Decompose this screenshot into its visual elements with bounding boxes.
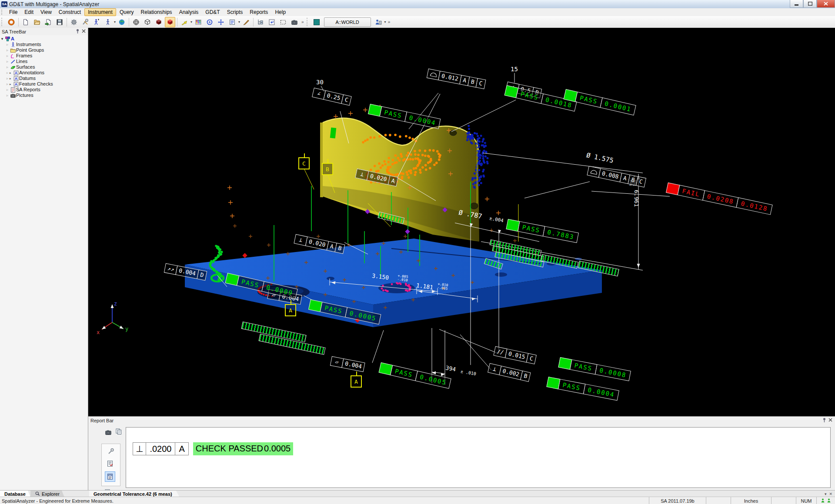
sidebar-item-surfaces[interactable]: ▹Surfaces — [0, 64, 88, 70]
sidebar-item-instruments[interactable]: ▹Instruments — [0, 42, 88, 47]
help-icon[interactable] — [6, 17, 17, 27]
treebar-title: SA TreeBar — [2, 29, 26, 34]
command-return-icon[interactable] — [267, 17, 277, 27]
status-icons — [816, 497, 835, 504]
maximize-button[interactable] — [803, 0, 817, 8]
menu-help[interactable]: Help — [271, 8, 289, 16]
dim-30: 30 — [316, 79, 324, 86]
pin-icon[interactable] — [75, 29, 80, 34]
menu-construct[interactable]: Construct — [55, 8, 84, 16]
instrument-person-icon[interactable] — [103, 17, 113, 27]
status-units: Inches — [731, 497, 771, 504]
settings-gear-icon[interactable] — [69, 17, 79, 27]
treebar-panel: SA TreeBar ▾A▹Instruments▹Point Groups▹F… — [0, 28, 88, 490]
tree-view-icon[interactable] — [255, 17, 266, 27]
menu-analysis[interactable]: Analysis — [176, 8, 202, 16]
window-title: GD&T with Multigage - SpatialAnalyzer — [9, 1, 99, 7]
solid-cube-red-icon[interactable] — [165, 17, 175, 27]
chevron-down-icon[interactable]: ▾ — [825, 492, 827, 496]
color-palette-icon[interactable] — [193, 17, 204, 27]
world-globe-icon[interactable] — [117, 17, 127, 27]
pin-icon[interactable] — [822, 418, 827, 423]
report-content[interactable]: ⊥ .0200 A CHECK PASSED0.0005 — [126, 427, 831, 488]
svg-text:A: A — [14, 76, 17, 81]
chevron-down-icon[interactable]: ▾ — [114, 20, 116, 24]
callout-arrow-icon[interactable] — [179, 17, 190, 27]
menu-query[interactable]: Query — [116, 8, 137, 16]
close-button[interactable] — [817, 0, 835, 8]
report-view-icon[interactable] — [105, 471, 115, 482]
status-bar: SpatialAnalyzer - Engineered for Extreme… — [0, 497, 835, 504]
person-report-icon[interactable] — [373, 17, 384, 27]
close-icon[interactable] — [828, 418, 833, 423]
status-message: SpatialAnalyzer - Engineered for Extreme… — [0, 498, 114, 504]
report-bar-title: Report Bar — [90, 418, 114, 423]
sidebar-item-sa-reports[interactable]: ▹SA Reports — [0, 87, 88, 93]
color-swatch-teal-icon[interactable] — [311, 17, 322, 27]
selection-box-icon[interactable] — [278, 17, 288, 27]
menu-instrument[interactable]: Instrument — [84, 8, 116, 16]
viewport-3d[interactable]: zxy∠0.25C0.012ABC∠0.5B0.008ABC⊥0.020A⊥0.… — [88, 28, 835, 416]
sidebar-item-annotations[interactable]: ▹▸AAnnotations — [0, 70, 88, 76]
copy-page-icon[interactable] — [114, 426, 124, 437]
user-online-icon — [826, 498, 832, 504]
new-file-icon[interactable] — [20, 17, 31, 27]
tab-explorer[interactable]: Explorer — [30, 491, 64, 497]
check-list-icon[interactable] — [105, 458, 115, 469]
view-sphere-icon[interactable] — [131, 17, 141, 27]
snapshot-camera-icon[interactable] — [289, 17, 300, 27]
application-window: SA GD&T with Multigage - SpatialAnalyzer… — [0, 0, 835, 504]
sidebar-item-datums[interactable]: ▹▸ADatums — [0, 76, 88, 81]
menu-gdt[interactable]: GD&T — [202, 8, 223, 16]
save-file-icon[interactable] — [54, 17, 65, 27]
tree-root-collection[interactable]: ▾A — [0, 36, 88, 42]
add-instrument-icon[interactable] — [91, 17, 102, 27]
toolbar-grip[interactable] — [1, 18, 4, 26]
toolbar-overflow-icon[interactable]: » — [301, 20, 304, 24]
measurement-queue-icon[interactable] — [227, 17, 237, 27]
sidebar-item-frames[interactable]: ▹Frames — [0, 53, 88, 59]
report-tab[interactable]: Geometrical Tolerance.42 (6 meas) — [89, 491, 180, 497]
axis-label-z: z — [114, 301, 117, 307]
datum-flag-b[interactable]: B — [322, 163, 333, 175]
solid-cube-dark-icon[interactable] — [154, 17, 164, 27]
minimize-button[interactable] — [790, 0, 803, 8]
menu-view[interactable]: View — [37, 8, 55, 16]
menu-scripts[interactable]: Scripts — [224, 8, 247, 16]
report-check-row[interactable]: ⊥ .0200 A CHECK PASSED0.0005 — [133, 442, 293, 455]
import-file-icon[interactable] — [43, 17, 53, 27]
datum-flag-a-left[interactable]: A — [285, 304, 296, 316]
sidebar-item-lines[interactable]: ▹Lines — [0, 59, 88, 64]
sidebar-item-feature-checks[interactable]: ▹▸AFeature Checks — [0, 81, 88, 87]
chevron-down-icon[interactable]: ▾ — [238, 20, 240, 24]
datum-flag-a-mid[interactable]: A — [351, 375, 362, 388]
close-icon[interactable] — [81, 29, 86, 34]
snapshot-camera-icon[interactable] — [103, 427, 114, 438]
move-objects-icon[interactable] — [216, 17, 226, 27]
view-cube-icon[interactable] — [142, 17, 153, 27]
tab-database[interactable]: Database — [0, 491, 30, 497]
axis-label-x: x — [97, 329, 100, 335]
menu-edit[interactable]: Edit — [21, 8, 37, 16]
menu-reports[interactable]: Reports — [246, 8, 271, 16]
geometry-circle-icon[interactable] — [204, 17, 215, 27]
sidebar-item-pictures[interactable]: ▹Pictures — [0, 93, 88, 98]
open-file-icon[interactable] — [32, 17, 42, 27]
settings-wrench-icon[interactable] — [106, 446, 116, 457]
paint-brush-icon[interactable] — [241, 17, 251, 27]
chevron-down-icon[interactable]: ▾ — [190, 20, 192, 24]
menu-bar: FileEditViewConstructInstrumentQueryRela… — [0, 8, 835, 17]
instrument-tools-icon[interactable] — [80, 17, 90, 27]
toolbar-grip[interactable] — [307, 18, 310, 26]
title-bar[interactable]: SA GD&T with Multigage - SpatialAnalyzer — [0, 0, 835, 9]
report-fcf-symbol: ⊥ — [133, 442, 146, 455]
report-result-text: CHECK PASSED — [196, 443, 263, 455]
menu-relationships[interactable]: Relationships — [137, 8, 176, 16]
toolbar-overflow-icon[interactable]: » — [388, 20, 391, 24]
datum-flag-c[interactable]: C — [298, 157, 310, 169]
menu-file[interactable]: File — [6, 8, 21, 16]
coordinate-frame-selector[interactable]: A::WORLD — [324, 17, 371, 27]
sidebar-item-point-groups[interactable]: ▹Point Groups — [0, 47, 88, 53]
chevron-down-icon[interactable]: ▾ — [384, 20, 386, 24]
close-icon[interactable]: ✕ — [829, 492, 832, 496]
